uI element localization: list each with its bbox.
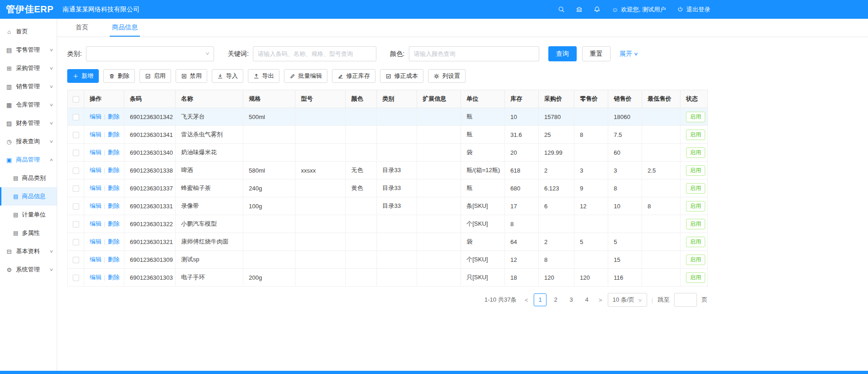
prev-page-button[interactable]: < xyxy=(524,297,529,304)
color-cell: 无色 xyxy=(346,162,377,179)
report-icon: ◷ xyxy=(6,138,12,145)
next-page-button[interactable]: > xyxy=(598,297,603,304)
status-badge[interactable]: 启用 xyxy=(686,112,705,122)
edit-link[interactable]: 编辑 xyxy=(90,149,102,156)
sidebar-subitem-goods-info[interactable]: ▤商品信息 xyxy=(0,187,57,206)
row-checkbox[interactable] xyxy=(73,114,79,120)
sidebar-subitem-measure-unit[interactable]: ▤计量单位 xyxy=(0,206,57,224)
ext-info-cell xyxy=(417,144,461,162)
page-button-4[interactable]: 4 xyxy=(580,293,593,306)
jump-page-input[interactable] xyxy=(674,293,697,307)
select-all-checkbox[interactable] xyxy=(73,96,79,103)
batch-edit-button[interactable]: 批量编辑 xyxy=(284,69,327,83)
row-checkbox[interactable] xyxy=(73,257,79,263)
stock-cell: 20 xyxy=(505,144,539,162)
unit-cell: 条[SKU] xyxy=(461,197,505,215)
edit-link[interactable]: 编辑 xyxy=(90,167,102,173)
status-badge[interactable]: 启用 xyxy=(686,130,705,140)
delete-link[interactable]: 删除 xyxy=(107,149,119,156)
logout-button[interactable]: 退出登录 xyxy=(677,5,710,14)
sidebar-item-finance-management[interactable]: ▨财务管理∨ xyxy=(0,114,57,132)
sidebar-subitem-goods-category[interactable]: ▤商品类别 xyxy=(0,169,57,187)
purchase-price-cell: 8 xyxy=(539,251,574,269)
edit-link[interactable]: 编辑 xyxy=(90,131,102,138)
delete-link[interactable]: 删除 xyxy=(107,167,119,173)
row-checkbox[interactable] xyxy=(73,132,79,138)
delete-link[interactable]: 删除 xyxy=(107,131,119,138)
adjust-stock-button[interactable]: 修正库存 xyxy=(332,69,375,83)
enable-button[interactable]: 启用 xyxy=(139,69,171,83)
status-badge[interactable]: 启用 xyxy=(686,237,705,247)
status-badge[interactable]: 启用 xyxy=(686,183,705,194)
edit-link[interactable]: 编辑 xyxy=(90,256,102,263)
row-checkbox[interactable] xyxy=(73,275,79,281)
delete-link[interactable]: 删除 xyxy=(107,113,119,120)
row-checkbox[interactable] xyxy=(73,168,79,174)
disable-button[interactable]: 禁用 xyxy=(176,69,207,83)
expand-link[interactable]: 展开 ∨ xyxy=(620,50,638,58)
bell-icon[interactable] xyxy=(594,6,600,13)
edit-link[interactable]: 编辑 xyxy=(90,184,102,191)
product-table: 操作条码名称规格型号颜色类别扩展信息单位库存采购价零售价销售价最低售价状态编辑|… xyxy=(67,90,708,287)
adjust-cost-button[interactable]: 修正成本 xyxy=(380,69,423,83)
edit-link[interactable]: 编辑 xyxy=(90,113,102,120)
sidebar-item-base-data[interactable]: ⊟基本资料∨ xyxy=(0,242,57,260)
sidebar-item-report-query[interactable]: ◷报表查询∨ xyxy=(0,132,57,151)
sidebar-subitem-multi-attribute[interactable]: ▤多属性 xyxy=(0,224,57,242)
edit-link[interactable]: 编辑 xyxy=(90,202,102,209)
status-badge[interactable]: 启用 xyxy=(686,165,705,176)
tab-home[interactable]: 首页 xyxy=(73,19,91,37)
row-checkbox[interactable] xyxy=(73,185,79,192)
status-badge[interactable]: 启用 xyxy=(686,201,705,211)
ext-info-cell xyxy=(417,251,461,269)
edit-link[interactable]: 编辑 xyxy=(90,220,102,227)
delete-link[interactable]: 删除 xyxy=(107,274,119,281)
delete-link[interactable]: 删除 xyxy=(107,238,119,245)
delete-link[interactable]: 删除 xyxy=(107,256,119,263)
category-select[interactable]: ∨ xyxy=(86,46,214,61)
delete-link[interactable]: 删除 xyxy=(107,220,119,227)
tab-goods-info[interactable]: 商品信息 xyxy=(110,19,140,37)
status-badge[interactable]: 启用 xyxy=(686,147,705,158)
sidebar-item-sales-management[interactable]: ▥销售管理∨ xyxy=(0,77,57,96)
reset-button[interactable]: 重置 xyxy=(582,46,611,61)
delete-link[interactable]: 删除 xyxy=(107,202,119,209)
edit-link[interactable]: 编辑 xyxy=(90,238,102,245)
row-checkbox[interactable] xyxy=(73,239,79,245)
search-icon[interactable] xyxy=(558,6,565,13)
sidebar-item-system-management[interactable]: ⚙系统管理∨ xyxy=(0,260,57,279)
sidebar-item-warehouse-management[interactable]: ▦仓库管理∨ xyxy=(0,96,57,114)
import-button[interactable]: 导入 xyxy=(212,69,243,83)
row-checkbox[interactable] xyxy=(73,203,79,210)
sidebar-item-goods-management[interactable]: ▣商品管理∧ xyxy=(0,151,57,169)
welcome-user[interactable]: ☺ 欢迎您, 测试用户 xyxy=(611,5,666,14)
search-button[interactable]: 查询 xyxy=(548,46,577,61)
color-cell xyxy=(346,215,377,233)
delete-button[interactable]: 删除 xyxy=(103,69,135,83)
column-settings-button[interactable]: 列设置 xyxy=(428,69,466,83)
status-badge[interactable]: 启用 xyxy=(686,219,705,229)
sidebar-item-retail-management[interactable]: ▤零售管理∨ xyxy=(0,41,57,59)
page-size-select[interactable]: 10 条/页 ∨ xyxy=(608,293,647,307)
status-cell: 启用 xyxy=(680,179,708,197)
edit-link[interactable]: 编辑 xyxy=(90,274,102,281)
row-checkbox[interactable] xyxy=(73,221,79,228)
sidebar-item-purchase-management[interactable]: ⊞采购管理∨ xyxy=(0,59,57,77)
action-separator: | xyxy=(104,202,105,209)
status-badge[interactable]: 启用 xyxy=(686,272,705,283)
row-checkbox-cell xyxy=(68,162,84,179)
import-icon xyxy=(217,73,223,79)
keyword-input[interactable] xyxy=(253,46,376,61)
sidebar-item-home[interactable]: ⌂首页 xyxy=(0,22,57,41)
building-icon[interactable] xyxy=(576,6,583,13)
row-checkbox[interactable] xyxy=(73,150,79,156)
color-cell xyxy=(346,251,377,269)
add-button[interactable]: 新增 xyxy=(67,69,99,83)
page-button-2[interactable]: 2 xyxy=(549,293,562,306)
color-input[interactable] xyxy=(409,46,539,61)
status-badge[interactable]: 启用 xyxy=(686,255,705,265)
delete-link[interactable]: 删除 xyxy=(107,184,119,191)
page-button-3[interactable]: 3 xyxy=(565,293,578,306)
page-button-1[interactable]: 1 xyxy=(534,293,547,306)
export-button[interactable]: 导出 xyxy=(248,69,279,83)
